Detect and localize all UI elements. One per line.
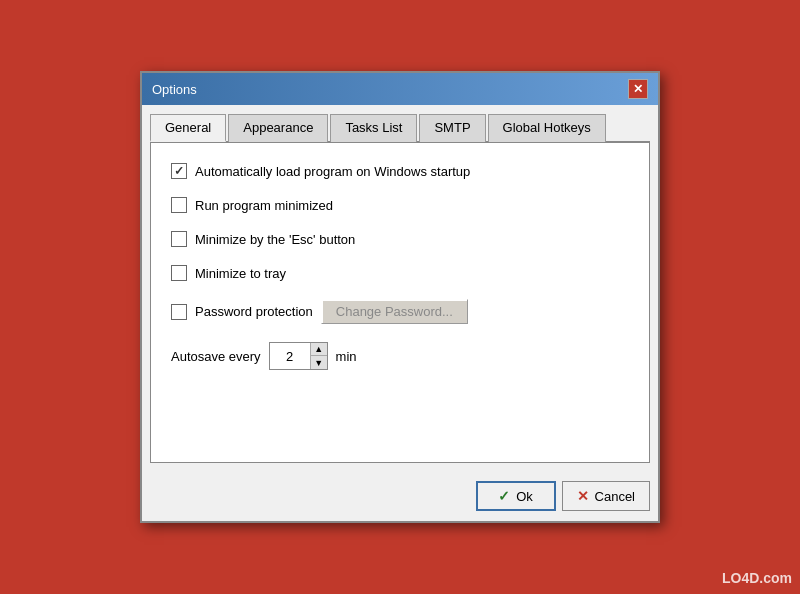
spinner-down-button[interactable]: ▼ xyxy=(311,356,327,369)
title-bar: Options ✕ xyxy=(142,73,658,105)
options-dialog: Options ✕ General Appearance Tasks List … xyxy=(140,71,660,523)
spinner-buttons: ▲ ▼ xyxy=(310,343,327,369)
label-run-minimized: Run program minimized xyxy=(195,198,333,213)
ok-label: Ok xyxy=(516,489,533,504)
label-minimize-esc: Minimize by the 'Esc' button xyxy=(195,232,355,247)
autosave-unit: min xyxy=(336,349,357,364)
tab-smtp[interactable]: SMTP xyxy=(419,114,485,142)
checkbox-auto-load[interactable] xyxy=(171,163,187,179)
checkbox-password-protection[interactable] xyxy=(171,304,187,320)
ok-icon: ✓ xyxy=(498,488,510,504)
cancel-button[interactable]: ✕ Cancel xyxy=(562,481,650,511)
close-button[interactable]: ✕ xyxy=(628,79,648,99)
content-panel: Automatically load program on Windows st… xyxy=(150,143,650,463)
change-password-button[interactable]: Change Password... xyxy=(321,299,468,324)
option-row-auto-load: Automatically load program on Windows st… xyxy=(171,163,629,179)
dialog-title: Options xyxy=(152,82,197,97)
tab-general[interactable]: General xyxy=(150,114,226,142)
label-auto-load: Automatically load program on Windows st… xyxy=(195,164,470,179)
checkbox-minimize-tray[interactable] xyxy=(171,265,187,281)
ok-button[interactable]: ✓ Ok xyxy=(476,481,556,511)
label-minimize-tray: Minimize to tray xyxy=(195,266,286,281)
checkbox-minimize-esc[interactable] xyxy=(171,231,187,247)
option-row-run-minimized: Run program minimized xyxy=(171,197,629,213)
option-row-minimize-tray: Minimize to tray xyxy=(171,265,629,281)
option-row-password: Password protection Change Password... xyxy=(171,299,629,324)
cancel-icon: ✕ xyxy=(577,488,589,504)
tab-global-hotkeys[interactable]: Global Hotkeys xyxy=(488,114,606,142)
option-row-minimize-esc: Minimize by the 'Esc' button xyxy=(171,231,629,247)
spinner-up-button[interactable]: ▲ xyxy=(311,343,327,356)
autosave-input[interactable] xyxy=(270,343,310,369)
tab-bar: General Appearance Tasks List SMTP Globa… xyxy=(150,113,650,143)
tab-appearance[interactable]: Appearance xyxy=(228,114,328,142)
watermark: LO4D.com xyxy=(722,570,792,586)
tab-tasks-list[interactable]: Tasks List xyxy=(330,114,417,142)
autosave-row: Autosave every ▲ ▼ min xyxy=(171,342,629,370)
checkbox-run-minimized[interactable] xyxy=(171,197,187,213)
autosave-label: Autosave every xyxy=(171,349,261,364)
label-password-protection: Password protection xyxy=(195,304,313,319)
bottom-bar: ✓ Ok ✕ Cancel xyxy=(142,471,658,521)
dialog-body: General Appearance Tasks List SMTP Globa… xyxy=(142,105,658,471)
cancel-label: Cancel xyxy=(595,489,635,504)
autosave-spinner: ▲ ▼ xyxy=(269,342,328,370)
